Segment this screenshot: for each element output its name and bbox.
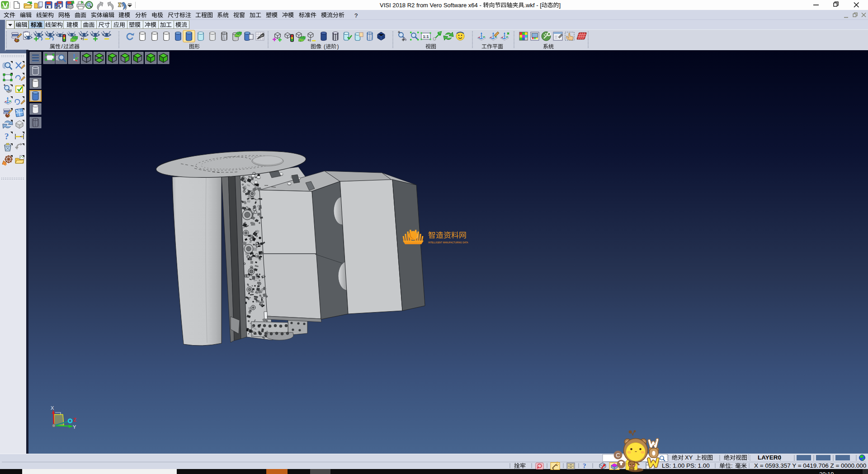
svg-text:?: ? bbox=[583, 462, 586, 469]
svg-text:1:1: 1:1 bbox=[423, 34, 429, 39]
svg-text:+/: +/ bbox=[80, 37, 84, 41]
svg-text:C: C bbox=[616, 452, 620, 459]
svg-text:+/: +/ bbox=[307, 38, 311, 43]
svg-text:20:19: 20:19 bbox=[819, 471, 834, 474]
svg-text:?: ? bbox=[5, 132, 9, 141]
